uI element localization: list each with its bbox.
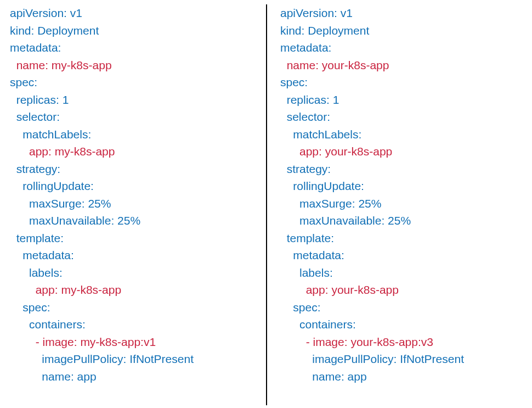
yaml-line: apiVersion: v1 bbox=[10, 4, 261, 22]
yaml-line: maxSurge: 25% bbox=[10, 195, 261, 213]
yaml-line: spec: bbox=[10, 74, 261, 91]
yaml-line: selector: bbox=[10, 108, 261, 126]
diff-text: app: my-k8s-app bbox=[29, 145, 115, 158]
yaml-line-diff: - image: your-k8s-app:v3 bbox=[280, 333, 531, 351]
yaml-line: replicas: 1 bbox=[280, 91, 531, 109]
yaml-line: name: app bbox=[10, 368, 261, 385]
yaml-line: template: bbox=[280, 230, 531, 247]
yaml-line: spec: bbox=[280, 299, 531, 316]
yaml-line-diff: - image: my-k8s-app:v1 bbox=[10, 333, 261, 351]
yaml-line: strategy: bbox=[10, 160, 261, 178]
diff-text: app: your-k8s-app bbox=[306, 283, 399, 296]
left-panel: apiVersion: v1 kind: Deployment metadata… bbox=[4, 4, 267, 405]
yaml-line-diff: app: my-k8s-app bbox=[10, 143, 261, 160]
diff-text: name: your-k8s-app bbox=[287, 59, 389, 71]
yaml-line: metadata: bbox=[10, 247, 261, 264]
yaml-line: metadata: bbox=[280, 247, 531, 264]
diff-text: app: your-k8s-app bbox=[299, 145, 392, 158]
indent bbox=[10, 145, 29, 158]
yaml-line: labels: bbox=[280, 264, 531, 282]
yaml-line-diff: app: my-k8s-app bbox=[10, 281, 261, 299]
yaml-line: kind: Deployment bbox=[280, 22, 531, 40]
diff-text: - image: your-k8s-app:v3 bbox=[306, 336, 433, 348]
yaml-line: strategy: bbox=[280, 160, 531, 178]
yaml-line: maxUnavailable: 25% bbox=[280, 212, 531, 230]
indent bbox=[10, 283, 36, 296]
yaml-line: maxSurge: 25% bbox=[280, 195, 531, 213]
indent bbox=[10, 336, 36, 348]
yaml-line-diff: app: your-k8s-app bbox=[280, 281, 531, 299]
right-panel: apiVersion: v1 kind: Deployment metadata… bbox=[267, 4, 532, 405]
indent bbox=[280, 336, 306, 348]
yaml-line: matchLabels: bbox=[280, 126, 531, 143]
yaml-line: labels: bbox=[10, 264, 261, 282]
yaml-line: imagePullPolicy: IfNotPresent bbox=[10, 350, 261, 368]
yaml-line: matchLabels: bbox=[10, 126, 261, 143]
yaml-line-diff: name: my-k8s-app bbox=[10, 57, 261, 74]
yaml-line: template: bbox=[10, 230, 261, 247]
yaml-line: rollingUpdate: bbox=[10, 177, 261, 195]
diff-text: app: my-k8s-app bbox=[36, 283, 121, 296]
yaml-line: rollingUpdate: bbox=[280, 177, 531, 195]
yaml-line: name: app bbox=[280, 368, 531, 385]
indent bbox=[280, 145, 299, 158]
indent bbox=[10, 59, 16, 71]
yaml-line: imagePullPolicy: IfNotPresent bbox=[280, 350, 531, 368]
yaml-line: metadata: bbox=[280, 39, 531, 57]
diff-text: name: my-k8s-app bbox=[16, 59, 112, 71]
diff-text: - image: my-k8s-app:v1 bbox=[36, 336, 156, 348]
indent bbox=[280, 59, 287, 71]
yaml-line-diff: name: your-k8s-app bbox=[280, 57, 531, 74]
yaml-line: containers: bbox=[280, 316, 531, 333]
diff-container: apiVersion: v1 kind: Deployment metadata… bbox=[4, 4, 532, 405]
yaml-line: metadata: bbox=[10, 39, 261, 57]
yaml-line: selector: bbox=[280, 108, 531, 126]
yaml-line: kind: Deployment bbox=[10, 22, 261, 40]
yaml-line: spec: bbox=[280, 74, 531, 91]
yaml-line: containers: bbox=[10, 316, 261, 333]
yaml-line: maxUnavailable: 25% bbox=[10, 212, 261, 230]
yaml-line: apiVersion: v1 bbox=[280, 4, 531, 22]
yaml-line: replicas: 1 bbox=[10, 91, 261, 109]
yaml-line-diff: app: your-k8s-app bbox=[280, 143, 531, 160]
indent bbox=[280, 283, 306, 296]
yaml-line: spec: bbox=[10, 299, 261, 316]
